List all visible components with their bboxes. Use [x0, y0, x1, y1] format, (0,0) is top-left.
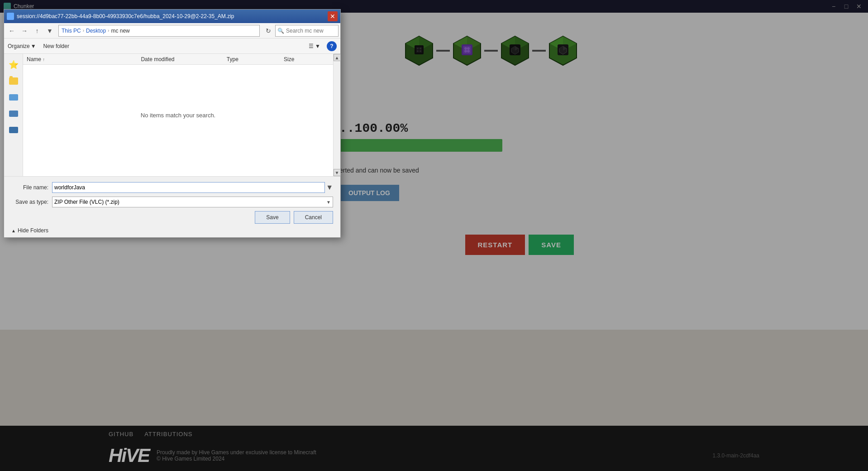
dialog-sidebar: ⭐: [4, 54, 23, 176]
scroll-up-button[interactable]: ▲: [334, 54, 341, 61]
col-header-name[interactable]: Name ↑: [27, 56, 141, 62]
save-type-label: Save as type:: [11, 199, 52, 205]
dialog-save-button[interactable]: Save: [255, 211, 290, 224]
file-save-dialog: session://4d9bac77-22bb-44a9-8b00-499339…: [4, 9, 341, 238]
sort-arrow: ↑: [43, 57, 45, 62]
filename-label: File name:: [11, 184, 52, 191]
search-input[interactable]: [286, 28, 331, 34]
file-list-header: Name ↑ Date modified Type Size: [23, 54, 333, 65]
drive-blue-icon: [9, 94, 18, 101]
sidebar-drive-item-1[interactable]: [6, 90, 21, 105]
folder-yellow-icon: [9, 77, 18, 85]
dialog-close-button[interactable]: ✕: [328, 11, 338, 21]
organize-chevron: ▼: [31, 43, 36, 49]
breadcrumb-sep-1: ›: [83, 28, 84, 33]
breadcrumb-bar: This PC › Desktop › mc new: [58, 25, 260, 37]
dialog-titlebar: session://4d9bac77-22bb-44a9-8b00-499339…: [4, 10, 340, 23]
file-list-area: Name ↑ Date modified Type Size No items …: [23, 54, 333, 176]
save-type-value: ZIP Other File (VLC) (*.zip): [54, 199, 119, 205]
refresh-button[interactable]: ↻: [262, 25, 274, 37]
hide-folders-button[interactable]: ▲ Hide Folders: [11, 227, 48, 234]
organize-button[interactable]: Organize ▼: [8, 43, 36, 49]
col-header-size[interactable]: Size: [284, 56, 329, 62]
breadcrumb-current: mc new: [111, 28, 129, 34]
breadcrumb-this-pc[interactable]: This PC: [62, 28, 81, 34]
col-header-type[interactable]: Type: [227, 56, 284, 62]
organize-label: Organize: [8, 43, 30, 49]
recent-button[interactable]: ▼: [44, 25, 56, 37]
dialog-content: ⭐ Name: [4, 54, 340, 176]
breadcrumb-sep-2: ›: [108, 28, 109, 33]
back-button[interactable]: ←: [6, 25, 18, 37]
no-items-message: No items match your search.: [141, 112, 215, 119]
dialog-overlay: session://4d9bac77-22bb-44a9-8b00-499339…: [0, 0, 868, 471]
search-icon: 🔍: [277, 28, 284, 34]
save-type-arrow: ▼: [326, 200, 331, 205]
scroll-down-button[interactable]: ▼: [334, 169, 341, 176]
filename-dropdown-arrow[interactable]: ▼: [326, 183, 333, 192]
view-label: ☰ ▼: [309, 43, 320, 49]
search-box: 🔍: [275, 25, 339, 37]
filename-row: File name: ▼: [11, 182, 333, 193]
drive-blue3-icon: [9, 127, 18, 133]
save-type-row: Save as type: ZIP Other File (VLC) (*.zi…: [11, 197, 333, 207]
save-type-dropdown[interactable]: ZIP Other File (VLC) (*.zip) ▼: [52, 197, 333, 207]
sidebar-drive-item-3[interactable]: [6, 123, 21, 137]
sidebar-star-item[interactable]: ⭐: [6, 58, 21, 72]
dialog-cancel-button[interactable]: Cancel: [294, 211, 333, 224]
filename-input[interactable]: [52, 182, 325, 193]
col-header-date[interactable]: Date modified: [141, 56, 226, 62]
dialog-title: session://4d9bac77-22bb-44a9-8b00-499339…: [17, 13, 328, 19]
dialog-toolbar2: Organize ▼ New folder ☰ ▼ ?: [4, 38, 340, 54]
help-button[interactable]: ?: [327, 41, 337, 51]
drive-blue2-icon: [9, 111, 18, 117]
dialog-bottom: File name: ▼ Save as type: ZIP Other Fil…: [4, 176, 340, 237]
dialog-nav-toolbar: ← → ↑ ▼ This PC › Desktop › mc new ↻ 🔍: [4, 23, 340, 38]
forward-button[interactable]: →: [19, 25, 30, 37]
new-folder-button[interactable]: New folder: [40, 41, 73, 51]
dialog-icon: [7, 13, 14, 20]
hide-folders-arrow: ▲: [11, 228, 16, 233]
breadcrumb-desktop[interactable]: Desktop: [86, 28, 106, 34]
dialog-scrollbar: ▲ ▼: [333, 54, 340, 176]
dialog-footer-row: ▲ Hide Folders: [11, 227, 333, 234]
hide-folders-label: Hide Folders: [18, 227, 48, 234]
star-icon: ⭐: [9, 60, 19, 70]
sidebar-folder-item-1[interactable]: [6, 74, 21, 88]
view-button[interactable]: ☰ ▼: [306, 41, 323, 51]
sidebar-drive-item-2[interactable]: [6, 106, 21, 121]
up-button[interactable]: ↑: [31, 25, 43, 37]
dialog-buttons: Save Cancel: [11, 211, 333, 226]
